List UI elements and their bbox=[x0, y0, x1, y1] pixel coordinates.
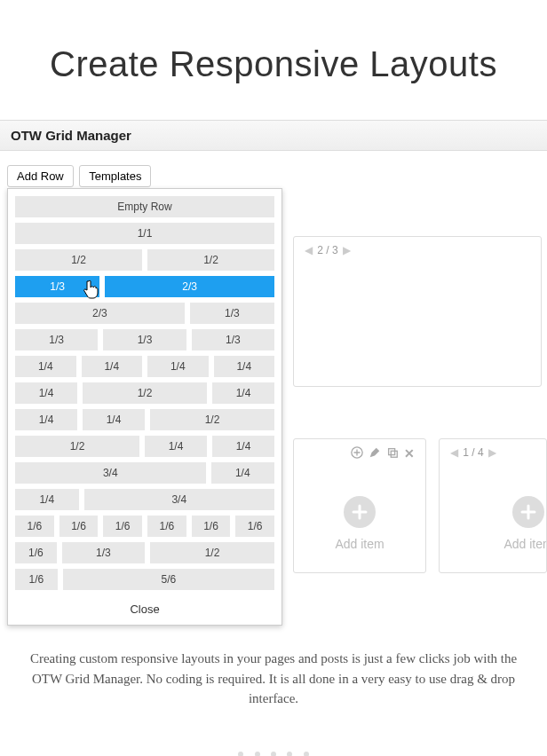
dot[interactable] bbox=[304, 752, 309, 757]
row-option-col[interactable]: 1/4 bbox=[83, 409, 145, 430]
hero-title: Create Responsive Layouts bbox=[0, 44, 547, 84]
row-option-col[interactable]: 1/6 bbox=[15, 569, 58, 590]
add-item-button-2[interactable] bbox=[512, 496, 544, 528]
panel-title: OTW Grid Manager bbox=[0, 120, 547, 151]
row-option-col[interactable]: 1/4 bbox=[15, 356, 76, 377]
next-icon[interactable]: ▶ bbox=[488, 446, 496, 459]
prev-icon[interactable]: ◀ bbox=[450, 446, 458, 459]
pencil-icon[interactable] bbox=[369, 446, 381, 459]
add-row-tab[interactable]: Add Row bbox=[7, 165, 74, 187]
row-option-col[interactable]: 3/4 bbox=[15, 462, 206, 484]
row-option-col[interactable]: 1/6 bbox=[15, 542, 57, 563]
row-option-col[interactable]: 1/2 bbox=[147, 249, 274, 271]
add-item-button[interactable] bbox=[344, 496, 376, 528]
row-option-col[interactable]: 1/6 bbox=[235, 516, 274, 537]
row-option-col[interactable]: 1/2 bbox=[150, 542, 274, 563]
plus-circle-icon[interactable] bbox=[351, 446, 363, 459]
row-option-col[interactable]: 1/3 bbox=[190, 303, 274, 324]
grid-card-2: ◀ 1 / 4 ▶ Add item bbox=[439, 438, 547, 573]
dot[interactable] bbox=[238, 752, 243, 757]
card-pager-2[interactable]: ◀ 1 / 4 ▶ bbox=[448, 446, 498, 459]
row-option-col[interactable]: 1/4 bbox=[145, 436, 207, 457]
row-option-col[interactable]: 2/3 bbox=[105, 276, 274, 297]
row-option-col[interactable]: 1/3 bbox=[15, 329, 98, 350]
card-pager[interactable]: ◀ 2 / 3 ▶ bbox=[303, 244, 353, 256]
prev-icon[interactable]: ◀ bbox=[305, 244, 313, 256]
row-option-col[interactable]: 1/6 bbox=[15, 516, 54, 537]
row-option-col[interactable]: 5/6 bbox=[63, 569, 274, 590]
row-option-col[interactable]: 1/6 bbox=[103, 516, 142, 537]
row-option-col[interactable]: 1/4 bbox=[214, 356, 275, 377]
row-option-col[interactable]: 1/2 bbox=[150, 409, 274, 430]
grid-card-additem: ✕ Add item bbox=[293, 438, 426, 573]
add-item-label: Add item bbox=[335, 537, 384, 551]
next-icon[interactable]: ▶ bbox=[343, 244, 351, 256]
pager-text: 2 / 3 bbox=[317, 244, 337, 256]
card-action-icons: ✕ bbox=[351, 446, 416, 459]
close-icon[interactable]: ✕ bbox=[404, 446, 416, 459]
row-option-col[interactable]: 1/1 bbox=[15, 223, 274, 244]
row-option-col[interactable]: 1/4 bbox=[211, 462, 275, 484]
templates-tab[interactable]: Templates bbox=[79, 165, 151, 187]
dot[interactable] bbox=[287, 752, 292, 757]
description-text: Creating custom responsive layouts in yo… bbox=[0, 631, 547, 727]
row-option-col[interactable]: 1/4 bbox=[15, 382, 77, 404]
add-row-dropdown: Empty Row 1/11/21/21/32/32/31/31/31/31/3… bbox=[7, 188, 282, 626]
svg-rect-1 bbox=[389, 449, 395, 455]
row-option-empty[interactable]: Empty Row bbox=[15, 196, 274, 217]
row-option-col[interactable]: 1/6 bbox=[192, 516, 231, 537]
row-option-col[interactable]: 1/4 bbox=[15, 409, 77, 430]
row-option-col[interactable]: 1/4 bbox=[82, 356, 143, 377]
row-option-col[interactable]: 1/2 bbox=[15, 249, 142, 271]
row-option-col[interactable]: 1/6 bbox=[147, 516, 186, 537]
grid-card-1: ◀ 2 / 3 ▶ bbox=[293, 236, 542, 387]
dot[interactable] bbox=[255, 752, 260, 757]
row-option-col[interactable]: 1/4 bbox=[15, 489, 79, 510]
row-option-col[interactable]: 1/4 bbox=[212, 436, 274, 457]
row-option-col[interactable]: 1/3 bbox=[192, 329, 274, 350]
carousel-dots[interactable] bbox=[0, 744, 547, 757]
row-option-col[interactable]: 1/6 bbox=[59, 516, 99, 537]
close-button[interactable]: Close bbox=[15, 595, 274, 618]
row-option-col[interactable]: 3/4 bbox=[84, 489, 275, 510]
add-item-label-2: Add item bbox=[503, 537, 547, 551]
dot[interactable] bbox=[271, 752, 276, 757]
row-option-col[interactable]: 1/2 bbox=[15, 436, 139, 457]
pager-text: 1 / 4 bbox=[463, 446, 483, 459]
row-option-col[interactable]: 1/4 bbox=[147, 356, 209, 377]
copy-icon[interactable] bbox=[386, 446, 399, 459]
row-option-col[interactable]: 1/3 bbox=[15, 276, 99, 297]
row-option-col[interactable]: 2/3 bbox=[15, 303, 185, 324]
row-option-col[interactable]: 1/3 bbox=[103, 329, 186, 350]
row-option-col[interactable]: 1/3 bbox=[62, 542, 145, 563]
row-option-col[interactable]: 1/4 bbox=[212, 382, 274, 404]
row-option-col[interactable]: 1/2 bbox=[83, 382, 207, 404]
svg-rect-2 bbox=[391, 451, 397, 457]
